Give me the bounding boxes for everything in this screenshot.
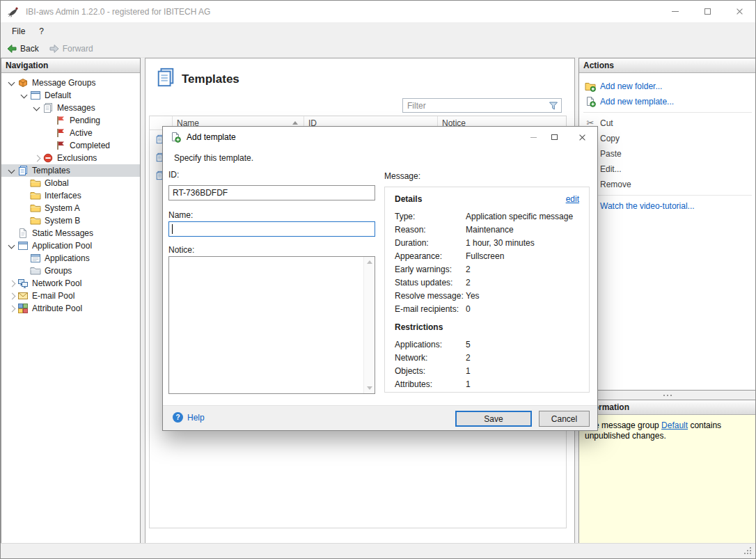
cancel-button[interactable]: Cancel [539,411,590,427]
chevron-right-icon[interactable] [7,291,17,301]
action-add-new-folder[interactable]: Add new folder... [579,79,756,94]
action-label: Watch the video-tutorial... [600,201,695,211]
save-button[interactable]: Save [455,411,532,427]
message-groups-icon [17,77,29,88]
tree-item-groups[interactable]: Groups [1,265,140,277]
action-watch-video-tutorial[interactable]: Watch the video-tutorial... [579,198,756,214]
panel-splitter[interactable] [578,391,756,400]
information-panel: Information The message group Default co… [578,400,756,544]
active-flag-icon [55,127,66,139]
resize-grip-icon[interactable] [743,546,753,556]
menu-file[interactable]: File [12,26,25,36]
template-id-input[interactable] [168,185,375,200]
template-name-input[interactable] [168,221,375,237]
dialog-maximize-button[interactable] [544,127,564,147]
tree-item-label: Applications [45,253,90,263]
chevron-right-icon[interactable] [32,153,42,163]
action-add-new-template[interactable]: Add new template... [579,94,756,109]
tree-item-completed[interactable]: Completed [1,139,140,152]
close-button[interactable] [723,1,755,22]
action-copy[interactable]: Copy [579,131,756,146]
restrictions-heading: Restrictions [395,322,443,332]
scroll-up-icon[interactable] [367,260,372,264]
filter-input[interactable] [403,101,548,111]
folder-icon [30,178,41,189]
templates-page-icon [155,67,176,88]
indent-spacer [19,191,29,200]
action-label: Add new folder... [600,81,662,91]
tree-item-network-pool[interactable]: Network Pool [1,277,140,290]
indent-spacer [19,178,29,188]
detail-label: Reason: [395,225,466,235]
templates-sheets-icon [17,165,29,176]
back-button[interactable]: Back [6,43,39,54]
tree-item-default[interactable]: Default [1,89,140,102]
edit-link[interactable]: edit [566,194,579,204]
scroll-down-icon[interactable] [367,386,372,390]
chevron-down-icon[interactable] [32,103,42,113]
message-label: Message: [384,171,420,181]
toolbar: Back Forward [1,40,755,58]
menu-help[interactable]: ? [39,26,44,36]
actions-separator [583,195,752,196]
filter-box [402,98,562,113]
detail-label: Duration: [395,238,466,248]
maximize-button[interactable] [691,1,723,22]
dialog-minimize-button[interactable] [523,127,543,147]
forward-button[interactable]: Forward [49,43,93,54]
actions-header: Actions [579,58,756,73]
chevron-down-icon[interactable] [19,90,29,100]
restriction-row: Applications:5 [395,338,585,351]
tree-item-pending[interactable]: Pending [1,114,140,127]
detail-label: Status updates: [395,278,466,288]
chevron-right-icon[interactable] [7,278,17,288]
action-paste[interactable]: Paste [579,146,756,162]
chevron-down-icon[interactable] [7,78,17,88]
tree-item-email-pool[interactable]: E-mail Pool [1,290,140,302]
action-edit[interactable]: ✎ Edit... [579,162,756,177]
tree-item-global[interactable]: Global [1,177,140,189]
back-arrow-icon [6,43,17,54]
tree-item-active[interactable]: Active [1,127,140,139]
dialog-close-button[interactable] [572,127,592,147]
tree-item-templates[interactable]: Templates [1,164,140,177]
restriction-label: Attributes: [395,379,466,389]
chevron-down-icon[interactable] [7,166,17,175]
filter-funnel-icon[interactable] [548,100,559,111]
action-remove[interactable]: × Remove [579,177,756,192]
folder-icon [30,203,41,214]
tree-item-static-messages[interactable]: Static Messages [1,227,140,239]
scrollbar[interactable] [363,257,375,393]
tree-item-system-b[interactable]: System B [1,214,140,227]
tree-item-interfaces[interactable]: Interfaces [1,189,140,202]
tree-item-label: Interfaces [45,191,81,200]
action-label: Paste [600,149,622,159]
chevron-right-icon[interactable] [7,304,17,313]
tree-item-system-a[interactable]: System A [1,202,140,214]
detail-label: Type: [395,212,466,221]
tree-item-attribute-pool[interactable]: Attribute Pool [1,302,140,315]
detail-row: Duration:1 hour, 30 minutes [395,236,585,249]
detail-value: 2 [466,265,471,274]
notice-textarea[interactable] [169,257,363,393]
minimize-button[interactable] [659,1,691,22]
tree-item-applications[interactable]: Applications [1,252,140,265]
name-label: Name: [168,210,193,220]
tree-item-messages[interactable]: Messages [1,102,140,114]
action-cut[interactable]: ✂ Cut [579,116,756,131]
actions-separator [583,112,752,113]
completed-flag-icon [55,140,66,151]
tree-item-application-pool[interactable]: Application Pool [1,239,140,252]
default-group-link[interactable]: Default [661,420,688,430]
tree-item-label: Message Groups [32,78,95,88]
chevron-down-icon[interactable] [7,241,17,251]
detail-label: Resolve message: [395,291,466,301]
tree-item-message-groups[interactable]: Message Groups [1,77,140,89]
detail-row: Resolve message:Yes [395,289,585,302]
tree-item-exclusions[interactable]: Exclusions [1,152,140,164]
detail-value: 1 hour, 30 minutes [466,238,535,248]
help-link[interactable]: ? Help [173,412,205,423]
tree-item-label: Templates [32,166,70,175]
folder-icon [30,215,41,226]
detail-value: Yes [466,291,480,301]
